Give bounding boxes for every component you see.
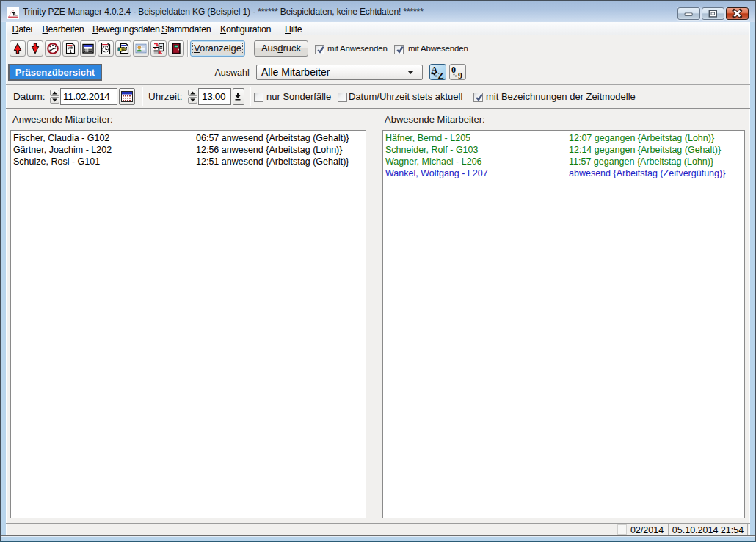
svg-text:0: 0: [451, 65, 456, 75]
svg-text:A: A: [432, 65, 438, 75]
svg-text:9: 9: [458, 71, 462, 79]
svg-text:Z: Z: [438, 71, 444, 79]
